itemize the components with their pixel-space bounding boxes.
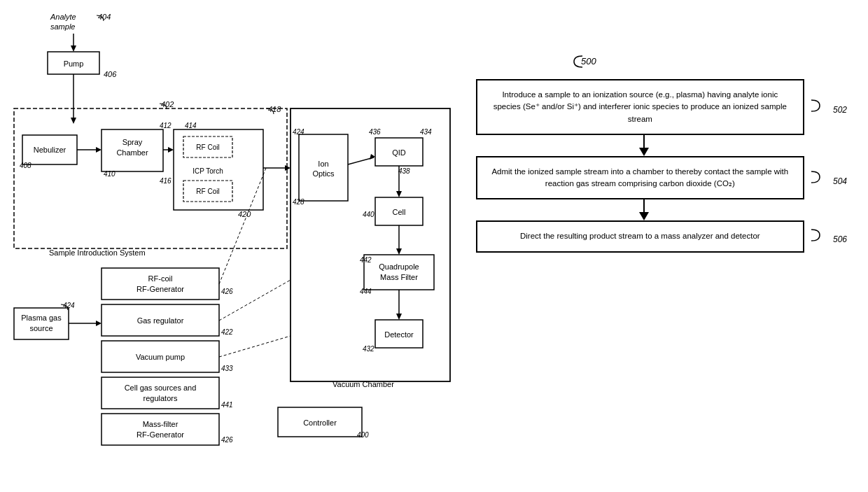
svg-text:420: 420 [238,210,251,218]
svg-text:400: 400 [357,431,369,439]
svg-rect-72 [102,377,219,409]
svg-text:432: 432 [363,345,374,353]
svg-marker-31 [285,165,290,171]
arrow-head-2 [639,212,649,220]
step2-box-wrap: Admit the ionized sample stream into a c… [476,156,804,200]
svg-text:RF-Generator: RF-Generator [136,430,184,439]
svg-text:442: 442 [360,256,372,264]
flowchart-ref-label: 500 [581,56,847,66]
svg-text:422: 422 [221,328,233,336]
svg-text:Gas regulator: Gas regulator [137,316,184,325]
step1-ref: 502 [810,99,847,115]
svg-text:441: 441 [221,401,233,409]
svg-text:416: 416 [160,177,172,185]
svg-rect-76 [102,414,219,445]
diagram-area: Analyte sample 404 Pump 406 Sample Intro… [0,0,462,492]
flowchart-container: 500 Introduce a sample to an ionization … [476,56,847,253]
svg-text:Spray: Spray [122,138,143,146]
svg-text:source: source [29,324,52,332]
svg-text:Chamber: Chamber [116,148,148,157]
svg-text:433: 433 [221,365,233,372]
svg-text:sample: sample [50,22,75,31]
svg-text:QID: QID [392,148,406,157]
svg-text:Detector: Detector [384,330,414,339]
svg-text:regulators: regulators [144,394,178,402]
step1-row: Introduce a sample to an ionization sour… [476,79,847,135]
svg-rect-52 [364,255,434,290]
step1-bracket [810,99,831,113]
step3-row: Direct the resulting product stream to a… [476,220,847,252]
svg-text:444: 444 [360,288,372,295]
svg-text:RF Coil: RF Coil [196,188,219,195]
step3-text: Direct the resulting product stream to a… [520,232,760,240]
svg-marker-3 [71,45,76,52]
svg-text:Controller: Controller [303,419,337,427]
svg-marker-85 [96,321,102,326]
svg-text:428: 428 [293,198,304,206]
arrow-head-1 [639,148,649,156]
step3-box-wrap: Direct the resulting product stream to a… [476,220,804,252]
svg-text:Vacuum pump: Vacuum pump [136,353,185,361]
vacuum-chamber-label: Vacuum Chamber [332,380,394,388]
step3-ref: 506 [810,228,847,244]
svg-text:408: 408 [20,162,31,169]
step2-bracket [810,170,831,184]
step2-row: Admit the ionized sample stream into a c… [476,156,847,200]
svg-text:Mass Filter: Mass Filter [380,273,418,281]
main-diagram-svg: Analyte sample 404 Pump 406 Sample Intro… [0,0,462,492]
sample-intro-label: Sample Introduction System [49,248,146,257]
step1-box: Introduce a sample to an ionization sour… [476,79,804,135]
step1-text: Introduce a sample to an ionization sour… [493,90,787,123]
svg-text:RF Coil: RF Coil [196,143,219,151]
svg-marker-27 [96,147,102,153]
svg-text:426: 426 [221,436,233,444]
svg-text:412: 412 [160,122,172,129]
svg-text:440: 440 [363,211,374,218]
svg-text:Ion: Ion [318,160,328,168]
svg-text:RF-Generator: RF-Generator [136,285,184,293]
pump-ref: 406 [104,70,117,78]
svg-text:Mass-filter: Mass-filter [143,420,178,428]
svg-line-86 [219,280,290,321]
svg-text:410: 410 [104,170,115,178]
arrow2 [476,199,812,220]
svg-text:424: 424 [293,128,304,136]
step3-box: Direct the resulting product stream to a… [476,220,804,252]
svg-marker-29 [168,147,174,153]
svg-text:426: 426 [221,288,233,295]
svg-text:Cell gas sources and: Cell gas sources and [125,384,197,392]
svg-text:Quadrupole: Quadrupole [379,262,419,271]
pump-label: Pump [64,59,84,68]
svg-rect-62 [102,268,219,300]
svg-line-87 [219,336,290,357]
vert-line-2 [643,199,645,212]
svg-text:438: 438 [398,167,410,175]
analyte-label: Analyte [50,13,76,21]
svg-text:Optics: Optics [312,169,335,178]
svg-text:436: 436 [369,128,381,136]
svg-text:414: 414 [185,122,197,129]
svg-text:RF-coil: RF-coil [148,274,173,283]
step3-bracket [810,228,831,242]
step1-box-wrap: Introduce a sample to an ionization sour… [476,79,804,135]
svg-marker-6 [71,118,76,124]
nebulizer-label: Nebulizer [34,146,66,154]
svg-text:Cell: Cell [393,208,406,216]
svg-text:Plasma gas: Plasma gas [21,314,62,322]
vert-line-1 [643,135,645,148]
svg-text:404: 404 [98,13,111,21]
step2-ref: 504 [810,170,847,186]
step2-box: Admit the ionized sample stream into a c… [476,156,804,200]
step2-text: Admit the ionized sample stream into a c… [491,167,788,188]
arrow1 [476,135,812,156]
flowchart-500-bracket [568,55,589,69]
svg-text:ICP Torch: ICP Torch [192,167,223,175]
svg-text:434: 434 [420,128,432,136]
